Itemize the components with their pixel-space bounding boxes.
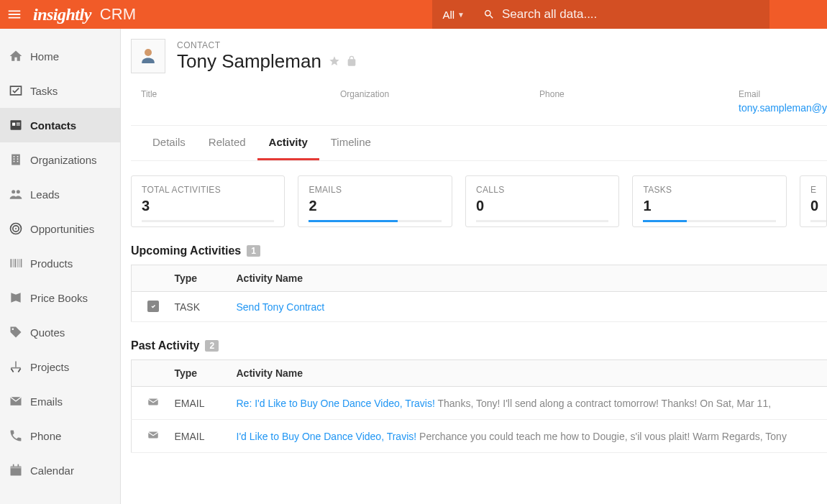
activity-snippet: Thanks, Tony! I'll send along a contract… <box>437 398 771 409</box>
brand-logo[interactable]: insightly <box>33 5 91 24</box>
phone-icon <box>9 429 30 443</box>
stat-card-emails[interactable]: EMAILS2 <box>298 175 452 227</box>
stat-card-tasks[interactable]: TASKS1 <box>632 175 786 227</box>
svg-rect-6 <box>14 158 15 160</box>
hamburger-menu[interactable] <box>0 6 29 22</box>
field-value-email[interactable]: tony.sampleman@y <box>739 102 827 114</box>
stat-progress-bar <box>476 220 608 222</box>
svg-rect-20 <box>21 259 22 267</box>
sidebar-item-products[interactable]: Products <box>0 246 120 280</box>
sidebar-item-emails[interactable]: Emails <box>0 384 120 418</box>
sidebar-item-contacts[interactable]: Contacts <box>0 108 120 142</box>
svg-rect-7 <box>17 158 19 160</box>
sidebar-item-calendar[interactable]: Calendar <box>0 453 120 487</box>
sidebar-item-label: Emails <box>30 395 63 408</box>
sidebar-item-label: Price Books <box>30 292 88 304</box>
building-icon <box>9 152 30 167</box>
activity-link[interactable]: Send Tony Contract <box>237 301 325 313</box>
leads-icon <box>9 187 30 201</box>
mail-icon <box>9 394 30 408</box>
tab-details[interactable]: Details <box>141 126 197 160</box>
stat-card-calls[interactable]: CALLS0 <box>465 175 619 227</box>
sidebar-item-home[interactable]: Home <box>0 39 120 73</box>
column-header-type[interactable]: Type <box>175 265 237 292</box>
projects-icon <box>9 359 30 374</box>
avatar[interactable] <box>131 39 165 73</box>
svg-rect-23 <box>11 367 20 369</box>
field-label-organization: Organization <box>340 89 539 99</box>
table-row[interactable]: EMAILRe: I'd Like to Buy One Dance Video… <box>132 387 828 420</box>
svg-point-28 <box>145 49 152 56</box>
search-filter-dropdown[interactable]: All ▼ <box>432 0 475 29</box>
stat-progress-bar <box>142 220 274 222</box>
column-header-type[interactable]: Type <box>175 360 237 387</box>
topbar: insightly CRM All ▼ <box>0 0 827 29</box>
svg-point-21 <box>12 329 14 331</box>
tab-related[interactable]: Related <box>197 126 257 160</box>
star-icon[interactable] <box>329 55 340 67</box>
stat-label: EMAILS <box>309 185 441 195</box>
svg-rect-17 <box>14 259 16 267</box>
search-input[interactable] <box>502 7 761 22</box>
task-checkbox[interactable] <box>147 301 159 312</box>
stat-progress-bar <box>643 220 775 222</box>
activity-link[interactable]: Re: I'd Like to Buy One Dance Video, Tra… <box>237 398 435 409</box>
product-name: CRM <box>100 5 136 24</box>
svg-rect-9 <box>17 161 19 162</box>
contact-name: Tony Sampleman <box>177 50 321 73</box>
stat-value: 0 <box>810 198 826 214</box>
record-type-label: CONTACT <box>177 40 357 50</box>
target-icon <box>9 221 30 236</box>
sidebar-item-label: Home <box>30 50 59 63</box>
sidebar-item-label: Contacts <box>30 119 76 132</box>
svg-rect-29 <box>148 399 158 406</box>
stats-row: TOTAL ACTIVITIES3EMAILS2CALLS0TASKS1E0 <box>131 161 827 227</box>
lock-icon[interactable] <box>346 55 357 67</box>
sidebar-item-label: Products <box>30 257 73 270</box>
svg-point-11 <box>17 190 20 193</box>
barcode-icon <box>9 256 30 270</box>
check-icon <box>9 83 30 98</box>
svg-rect-27 <box>18 464 19 467</box>
menu-icon <box>6 6 22 22</box>
sidebar-item-label: Quotes <box>30 326 65 339</box>
search-icon <box>483 9 495 20</box>
activity-snippet: Perchance you could teach me how to Doug… <box>419 431 787 442</box>
activity-link[interactable]: I'd Like to Buy One Dance Video, Travis! <box>237 431 417 442</box>
sidebar-item-label: Tasks <box>30 85 58 97</box>
sidebar-item-phone[interactable]: Phone <box>0 418 120 453</box>
svg-rect-4 <box>14 156 15 157</box>
table-row[interactable]: EMAILI'd Like to Buy One Dance Video, Tr… <box>132 420 828 453</box>
main-content: CONTACT Tony Sampleman Title Organizatio… <box>121 29 827 504</box>
stat-value: 1 <box>643 198 775 214</box>
sidebar-item-leads[interactable]: Leads <box>0 177 120 211</box>
column-header-activity-name[interactable]: Activity Name <box>237 360 828 387</box>
svg-rect-19 <box>19 259 19 267</box>
sidebar-item-price-books[interactable]: Price Books <box>0 280 120 315</box>
svg-rect-25 <box>11 466 22 468</box>
stat-value: 2 <box>309 198 441 214</box>
stat-card-total-activities[interactable]: TOTAL ACTIVITIES3 <box>131 175 285 227</box>
tab-activity[interactable]: Activity <box>257 126 319 160</box>
sidebar-item-tasks[interactable]: Tasks <box>0 73 120 108</box>
stat-label: TOTAL ACTIVITIES <box>142 185 274 195</box>
past-section-title: Past Activity 2 <box>131 339 827 352</box>
sidebar-item-opportunities[interactable]: Opportunities <box>0 211 120 246</box>
sidebar: HomeTasksContactsOrganizationsLeadsOppor… <box>0 29 121 504</box>
tab-timeline[interactable]: Timeline <box>319 126 383 160</box>
svg-rect-5 <box>17 156 19 157</box>
search-container <box>475 0 769 29</box>
sidebar-item-label: Organizations <box>30 154 97 166</box>
sidebar-item-projects[interactable]: Projects <box>0 349 120 384</box>
avatar-icon <box>137 45 159 67</box>
stat-label: TASKS <box>643 185 775 195</box>
svg-rect-22 <box>15 362 17 367</box>
svg-rect-15 <box>11 259 12 267</box>
sidebar-item-organizations[interactable]: Organizations <box>0 142 120 177</box>
field-label-email: Email <box>739 89 827 99</box>
table-row[interactable]: TASKSend Tony Contract <box>132 292 828 322</box>
stat-card-e[interactable]: E0 <box>800 175 827 227</box>
column-header-activity-name[interactable]: Activity Name <box>237 265 828 292</box>
svg-point-10 <box>12 190 15 193</box>
sidebar-item-quotes[interactable]: Quotes <box>0 315 120 349</box>
